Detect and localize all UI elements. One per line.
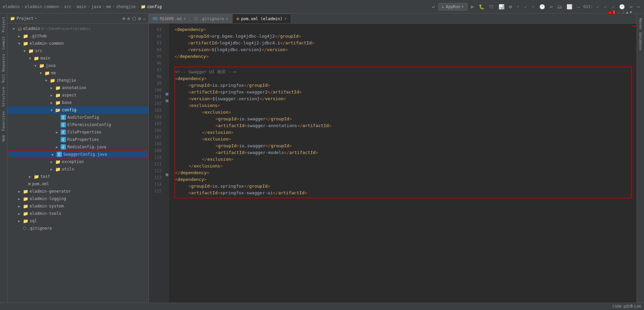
- structure-panel-icon[interactable]: Structure: [1, 85, 6, 109]
- git-check-icon[interactable]: ✓: [595, 3, 601, 10]
- tree-item-auditorconfig[interactable]: C AuditorConfig: [7, 114, 148, 121]
- code-line-105: <artifactId>swagger-annotations</artifac…: [175, 122, 629, 129]
- code-line-114: <groupId>io.springfox</groupId>: [175, 183, 629, 190]
- collapse-all-icon[interactable]: ≡: [127, 16, 130, 21]
- close-tree-icon[interactable]: —: [143, 16, 146, 21]
- github-label: .github: [30, 34, 47, 38]
- maven-label[interactable]: Maven: [638, 17, 643, 31]
- minimize-icon[interactable]: —: [576, 3, 581, 10]
- tree-item-eladmin-common[interactable]: ▼ 📁 eladmin-common: [7, 40, 148, 47]
- test-folder-icon: 📁: [34, 174, 39, 179]
- tree-item-github[interactable]: ▶ 📁 .github: [7, 32, 148, 40]
- tree-item-me[interactable]: ▼ 📁 me: [7, 69, 148, 77]
- code-line-109: <artifactId>swagger-models</artifactId>: [175, 149, 629, 156]
- eladmin-system-label: eladmin-system: [30, 204, 64, 208]
- gitignore-root-label: .gitignore: [28, 226, 52, 231]
- tree-item-swaggerconfig[interactable]: ▶ C SwaggerConfig.java: [7, 151, 148, 158]
- more-icon[interactable]: ⋯: [636, 3, 641, 10]
- tree-item-java[interactable]: ▼ 📁 java: [7, 62, 148, 69]
- git-undo-icon[interactable]: ↩: [628, 3, 634, 10]
- tree-item-redisconfig[interactable]: ▶ C RedisConfig.java: [7, 143, 148, 151]
- project-panel-icon[interactable]: Project: [1, 15, 6, 34]
- tree-settings-icon[interactable]: ⚙: [138, 16, 141, 21]
- tree-item-exception[interactable]: ▶ 📁 exception: [7, 158, 148, 165]
- tree-item-pom-xml[interactable]: m pom.xml: [7, 180, 148, 188]
- code-line-103: <exclusion>: [175, 109, 629, 116]
- undo-icon[interactable]: ↩: [548, 3, 554, 10]
- git-label: Git:: [583, 4, 593, 9]
- breadcrumb-zhengjie[interactable]: zhengjie: [116, 4, 136, 9]
- zhengjie-folder-icon: 📁: [50, 78, 55, 83]
- tree-item-src[interactable]: ▼ 📁 src: [7, 47, 148, 54]
- project-structure-icon[interactable]: 🗂: [556, 3, 563, 10]
- tree-item-eladmin-system[interactable]: ▶ 📁 eladmin-system: [7, 202, 148, 210]
- database-label[interactable]: Database: [638, 31, 643, 52]
- pom-xml-icon: m: [28, 182, 31, 186]
- toolbar-right: ↩ ▶ AppRun ▾ ▶ 🐛 🛡 📊 ⚙ ↑ ✓ ↑ 🕐 ↩ 🗂 ⬜ — G…: [431, 3, 641, 10]
- breadcrumb-eladmin-common[interactable]: eladmin-common: [25, 4, 59, 9]
- tree-dropdown-icon[interactable]: ▾: [35, 16, 37, 20]
- tree-item-eladmin-generator[interactable]: ▶ 📁 eladmin-generator: [7, 188, 148, 195]
- error-down-icon[interactable]: ▼: [630, 13, 632, 14]
- tree-item-gitignore-root[interactable]: ⬡ .gitignore: [7, 225, 148, 232]
- tree-title-label: Project: [16, 16, 34, 21]
- breadcrumb-src[interactable]: src: [64, 4, 71, 9]
- vcs-push-icon[interactable]: ↑: [531, 3, 536, 10]
- breadcrumb-main[interactable]: main: [76, 4, 86, 9]
- web-panel-icon[interactable]: Web: [1, 133, 6, 144]
- tree-item-zhengjie[interactable]: ▼ 📁 zhengjie: [7, 77, 148, 84]
- tree-item-elpermissionconfig[interactable]: C ElPermissionConfig: [7, 121, 148, 128]
- git-push-icon[interactable]: ↗: [610, 3, 616, 10]
- run-button[interactable]: ▶ AppRun ▾: [438, 3, 468, 10]
- tree-item-annotation[interactable]: ▶ 📁 annotation: [7, 84, 148, 91]
- main-content: Project Commit Pull Requests Structure F…: [0, 13, 644, 303]
- left-panel-icons: Project Commit Pull Requests Structure F…: [0, 13, 7, 303]
- back-icon[interactable]: ↩: [431, 3, 436, 10]
- readme-tab-label: README.md: [160, 16, 181, 21]
- code-content[interactable]: <dependency> <groupId>org.bgee.log4jdbc-…: [169, 24, 632, 303]
- error-up-icon[interactable]: ▲: [626, 13, 629, 14]
- play-icon[interactable]: ▶: [470, 3, 476, 10]
- tab-gitignore[interactable]: ⬡ .gitignore ×: [190, 14, 233, 23]
- tree-item-base[interactable]: ▶ 📁 base: [7, 99, 148, 106]
- gitignore-tab-close[interactable]: ×: [226, 16, 228, 21]
- breadcrumb-eladmin[interactable]: eladmin: [3, 4, 20, 9]
- tree-item-eladmin-tools[interactable]: ▶ 📁 eladmin-tools: [7, 210, 148, 217]
- coverage-icon[interactable]: 🛡: [488, 3, 495, 10]
- vcs-commit-icon[interactable]: ✓: [523, 3, 528, 10]
- history-icon[interactable]: 🕐: [538, 3, 546, 10]
- git-history-icon[interactable]: 🕐: [618, 3, 626, 10]
- debug-icon[interactable]: 🐛: [477, 3, 486, 10]
- tree-item-eladmin[interactable]: ▼ 🗂 eladmin D:\IdeaProject\eladmin: [7, 25, 148, 32]
- sql-label: sql: [30, 219, 37, 223]
- git-check2-icon[interactable]: ✓: [603, 3, 608, 10]
- line-num-111: 111: [154, 161, 162, 167]
- readme-tab-close[interactable]: ×: [183, 16, 186, 21]
- favorites-panel-icon[interactable]: Favorites: [1, 109, 6, 133]
- zhengjie-label: zhengjie: [57, 78, 76, 83]
- tree-item-utils[interactable]: ▶ 📁 utils: [7, 165, 148, 173]
- breadcrumb-config[interactable]: config: [147, 4, 162, 9]
- tab-readme[interactable]: MD README.md ×: [149, 14, 190, 23]
- breadcrumb-java[interactable]: java: [91, 4, 101, 9]
- pom-tab-close[interactable]: ×: [284, 16, 287, 21]
- breadcrumb-me[interactable]: me: [106, 4, 111, 9]
- tree-item-main[interactable]: ▼ 📁 main: [7, 54, 148, 62]
- pull-requests-panel-icon[interactable]: Pull Requests: [1, 52, 6, 85]
- tree-item-config[interactable]: ▼ 📂 config: [7, 106, 148, 114]
- vcs-update-icon[interactable]: ↑: [515, 3, 521, 10]
- expand-all-icon[interactable]: ⬡: [132, 16, 136, 21]
- tree-item-rsaproperties[interactable]: C RsaProperties: [7, 136, 148, 143]
- tree-item-sql[interactable]: ▶ 📁 sql: [7, 217, 148, 225]
- tree-item-eladmin-logging[interactable]: ▶ 📁 eladmin-logging: [7, 195, 148, 202]
- settings-icon[interactable]: ⚙: [508, 3, 513, 10]
- locate-file-icon[interactable]: ⊕: [122, 16, 125, 21]
- tree-item-fileproperties[interactable]: ▶ C FileProperties: [7, 128, 148, 136]
- maximize-icon[interactable]: ⬜: [565, 3, 574, 10]
- tab-pom[interactable]: m pom.xml (eladmin) ×: [233, 14, 291, 23]
- tree-item-aspect[interactable]: ▶ 📁 aspect: [7, 91, 148, 99]
- commit-panel-icon[interactable]: Commit: [1, 34, 6, 52]
- tree-item-test[interactable]: ▶ 📁 test: [7, 173, 148, 180]
- profile-icon[interactable]: 📊: [497, 3, 506, 10]
- line-num-113: 113: [154, 174, 162, 181]
